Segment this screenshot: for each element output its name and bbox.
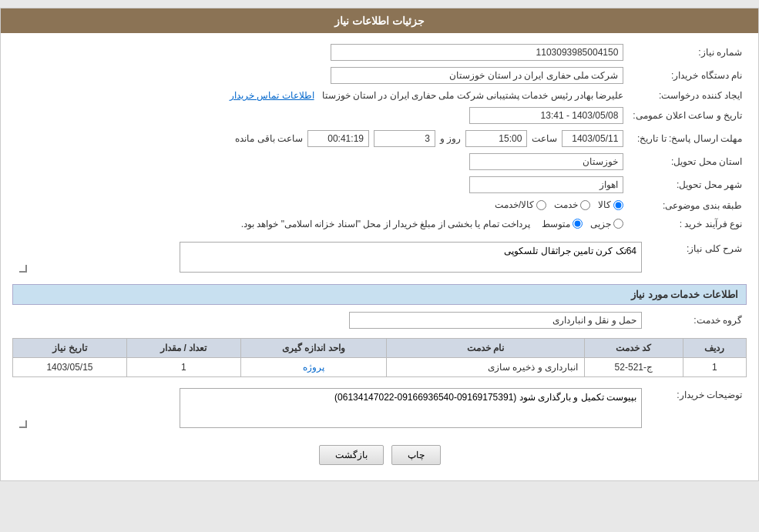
rooz-label: روز و: [440, 133, 461, 144]
cell-date: 1403/05/15: [13, 357, 127, 376]
cell-code: ج-521-52: [585, 357, 683, 376]
services-table-body: 1 ج-521-52 انبارداری و ذخیره سازی پروژه …: [13, 357, 747, 376]
radio-motevaset: متوسط: [542, 219, 583, 229]
col-row: ردیف: [683, 338, 747, 357]
table-row: 1 ج-521-52 انبارداری و ذخیره سازی پروژه …: [13, 357, 747, 376]
sharh-table: شرح کلی نیاز: 64تک کرن تامین جراثقال تلس…: [12, 239, 747, 278]
info-table: شماره نیاز: 1103093985004150 نام دستگاه …: [12, 41, 747, 233]
sharh-textarea-wrapper: 64تک کرن تامین جراثقال تلسکوپی: [17, 242, 642, 275]
row-noaa: نوع فرآیند خرید : جزیی متوسط: [12, 216, 747, 233]
radio-jozii-label: جزیی: [590, 219, 611, 229]
noaa-radio-group: جزیی متوسط: [542, 219, 623, 229]
radio-kala-khedmat-input[interactable]: [536, 200, 546, 210]
shmare-label: شماره نیاز:: [628, 41, 747, 64]
dastgah-input: شرکت ملی حفاری ایران در استان خوزستان: [331, 67, 623, 84]
page-header: جزئیات اطلاعات نیاز: [1, 8, 758, 33]
saaat-baghi-label: ساعت باقی مانده: [235, 133, 303, 144]
deadline-time-input: 15:00: [465, 130, 527, 147]
group-value: حمل و نقل و انبارداری: [12, 309, 646, 332]
row-creator: ایجاد کننده درخواست: علیرضا بهادر رئیس خ…: [12, 87, 747, 104]
unit-link[interactable]: پروژه: [303, 362, 324, 373]
creator-text: علیرضا بهادر رئیس خدمات پشتیبانی شرکت مل…: [322, 90, 624, 101]
description-textarea[interactable]: بپیوست تکمیل و بارگذاری شود (09169175391…: [180, 388, 642, 428]
radio-khedmat-label: خدمت: [554, 199, 578, 210]
group-label: گروه خدمت:: [646, 309, 747, 332]
shahr-label: شهر محل تحویل:: [628, 173, 747, 196]
back-button[interactable]: بازگشت: [319, 445, 384, 465]
dastgah-value: شرکت ملی حفاری ایران در استان خوزستان: [12, 64, 628, 87]
ostan-input: خوزستان: [469, 153, 623, 170]
shahr-value: اهواز: [12, 173, 628, 196]
row-mhlat: مهلت ارسال پاسخ: تا تاریخ: 1403/05/11 سا…: [12, 127, 747, 150]
deadline-remaining-input: 00:41:19: [307, 130, 369, 147]
row-date: تاریخ و ساعت اعلان عمومی: 1403/05/08 - 1…: [12, 104, 747, 127]
row-group: گروه خدمت: حمل و نقل و انبارداری: [12, 309, 747, 332]
radio-jozii: جزیی: [590, 219, 623, 229]
row-tabaqe: طبقه بندی موضوعی: کالا خدمت: [12, 196, 747, 216]
services-table-head: ردیف کد خدمت نام خدمت واحد اندازه گیری ت…: [13, 338, 747, 357]
noaa-value: جزیی متوسط پرداخت تمام یا بخشی از مبلغ خ…: [12, 216, 628, 233]
row-dastgah: نام دستگاه خریدار: شرکت ملی حفاری ایران …: [12, 64, 747, 87]
radio-kala-label: کالا: [598, 199, 611, 210]
contact-link[interactable]: اطلاعات تماس خریدار: [230, 90, 314, 101]
col-code: کد خدمت: [585, 338, 683, 357]
mhlat-label: مهلت ارسال پاسخ: تا تاریخ:: [628, 127, 747, 150]
shahr-input: اهواز: [469, 176, 623, 193]
radio-kala-khedmat-label: کالا/خدمت: [495, 199, 534, 210]
cell-name: انبارداری و ذخیره سازی: [386, 357, 584, 376]
sharh-value: 64تک کرن تامین جراثقال تلسکوپی: [12, 239, 646, 278]
description-table: توضیحات خریدار: بپیوست تکمیل و بارگذاری …: [12, 385, 747, 433]
creator-value: علیرضا بهادر رئیس خدمات پشتیبانی شرکت مل…: [12, 87, 628, 104]
services-header-row: ردیف کد خدمت نام خدمت واحد اندازه گیری ت…: [13, 338, 747, 357]
description-label: توضیحات خریدار:: [646, 385, 747, 433]
creator-label: ایجاد کننده درخواست:: [628, 87, 747, 104]
row-shahr: شهر محل تحویل: اهواز: [12, 173, 747, 196]
col-unit: واحد اندازه گیری: [240, 338, 386, 357]
deadline-date-input: 1403/05/11: [562, 130, 623, 147]
group-input: حمل و نقل و انبارداری: [349, 312, 642, 329]
services-table: ردیف کد خدمت نام خدمت واحد اندازه گیری ت…: [12, 338, 747, 377]
cell-count: 1: [126, 357, 240, 376]
description-textarea-wrapper: بپیوست تکمیل و بارگذاری شود (09169175391…: [17, 388, 642, 430]
ostan-label: استان محل تحویل:: [628, 150, 747, 173]
col-name: نام خدمت: [386, 338, 584, 357]
date-value: 1403/05/08 - 13:41: [12, 104, 628, 127]
row-shmare: شماره نیاز: 1103093985004150: [12, 41, 747, 64]
noaa-description: پرداخت تمام یا بخشی از مبلغ خریدار از مح…: [241, 219, 530, 229]
page-wrapper: جزئیات اطلاعات نیاز شماره نیاز: 11030939…: [0, 8, 759, 481]
col-date: تاریخ نیاز: [13, 338, 127, 357]
mhlat-value: 1403/05/11 ساعت 15:00 روز و 3 00:41:19 س…: [12, 127, 628, 150]
cell-row: 1: [683, 357, 747, 376]
sharh-section: شرح کلی نیاز: 64تک کرن تامین جراثقال تلس…: [12, 239, 747, 278]
radio-kala-khedmat: کالا/خدمت: [495, 199, 546, 210]
deadline-days-input: 3: [374, 130, 435, 147]
radio-khedmat: خدمت: [554, 199, 590, 210]
description-value: بپیوست تکمیل و بارگذاری شود (09169175391…: [12, 385, 646, 433]
description-section: توضیحات خریدار: بپیوست تکمیل و بارگذاری …: [12, 385, 747, 433]
radio-motevaset-input[interactable]: [573, 219, 583, 229]
row-description: توضیحات خریدار: بپیوست تکمیل و بارگذاری …: [12, 385, 747, 433]
row-ostan: استان محل تحویل: خوزستان: [12, 150, 747, 173]
tabaqe-label: طبقه بندی موضوعی:: [628, 196, 747, 216]
saaat-label: ساعت: [532, 133, 557, 144]
radio-khedmat-input[interactable]: [580, 200, 590, 210]
print-button[interactable]: چاپ: [391, 445, 441, 465]
dastgah-label: نام دستگاه خریدار:: [628, 64, 747, 87]
radio-jozii-input[interactable]: [613, 219, 623, 229]
shmare-input: 1103093985004150: [331, 44, 623, 61]
tabaqe-radio-group: کالا خدمت کالا/خدمت: [495, 199, 623, 210]
sharh-label: شرح کلی نیاز:: [646, 239, 747, 278]
shmare-value: 1103093985004150: [12, 41, 628, 64]
tabaqe-options: کالا خدمت کالا/خدمت: [12, 196, 628, 216]
noaa-label: نوع فرآیند خرید :: [628, 216, 747, 233]
sharh-textarea[interactable]: 64تک کرن تامین جراثقال تلسکوپی: [180, 242, 642, 273]
radio-motevaset-label: متوسط: [542, 219, 570, 229]
ostan-value: خوزستان: [12, 150, 628, 173]
page-title: جزئیات اطلاعات نیاز: [334, 15, 425, 27]
col-count: تعداد / مقدار: [126, 338, 240, 357]
cell-unit: پروژه: [240, 357, 386, 376]
content-area: شماره نیاز: 1103093985004150 نام دستگاه …: [1, 33, 758, 480]
date-label: تاریخ و ساعت اعلان عمومی:: [628, 104, 747, 127]
radio-kala-input[interactable]: [613, 200, 623, 210]
group-table: گروه خدمت: حمل و نقل و انبارداری: [12, 309, 747, 332]
